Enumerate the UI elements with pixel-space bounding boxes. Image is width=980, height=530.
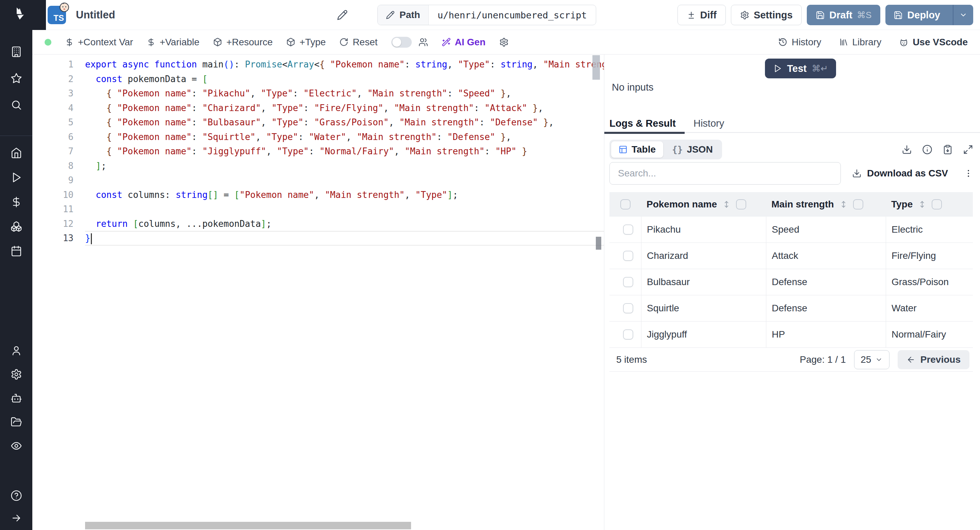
windmill-script-editor: TS Untitled Path u/henri/unencumbered_sc… [0,0,980,530]
table-cell: Water [886,295,973,321]
code-line[interactable]: { "Pokemon name": "Pikachu", "Type": "El… [85,86,604,101]
ai-gen-button[interactable]: AI Gen [442,37,485,48]
code-line[interactable]: { "Pokemon name": "Bulbasaur", "Type": "… [85,115,604,130]
code-line[interactable]: { "Pokemon name": "Jigglypuff", "Type": … [85,144,604,159]
editor-vertical-scrollbar[interactable] [592,55,600,80]
sort-icon[interactable] [839,200,848,209]
code-line[interactable]: } [85,231,604,246]
draft-button[interactable]: Draft ⌘S [807,5,880,25]
add-type-button[interactable]: +Type [286,37,326,48]
column-header-pokemon-name[interactable]: Pokemon name [641,199,766,210]
table-cell: Electric [886,217,973,243]
deploy-label: Deploy [907,10,940,21]
settings-button[interactable]: Settings [731,5,802,25]
search-input[interactable] [609,162,841,185]
diff-icon [687,11,696,20]
more-options-kebab-icon[interactable] [964,169,973,178]
code-line[interactable]: ]; [85,159,604,173]
table-row[interactable]: BulbasaurDefenseGrass/Poison [609,269,973,295]
download-result-icon[interactable] [902,144,912,155]
sort-icon[interactable] [918,200,927,209]
resources-boxes-icon[interactable] [11,221,22,232]
column-filter-checkbox[interactable] [736,199,746,209]
column-header-main-strength[interactable]: Main strength [766,199,886,210]
row-checkbox[interactable] [623,303,633,313]
help-icon[interactable] [11,490,22,501]
code-line[interactable]: const columns: string[] = ["Pokemon name… [85,188,604,202]
code-line[interactable]: { "Pokemon name": "Squirtle", "Type": "W… [85,130,604,144]
home-icon[interactable] [11,147,22,159]
editor-settings-gear-icon[interactable] [499,37,509,47]
row-checkbox[interactable] [623,225,633,235]
settings-gear-icon[interactable] [11,369,22,380]
column-header-type[interactable]: Type [886,199,973,210]
schedules-calendar-icon[interactable] [11,245,22,257]
add-variable-button[interactable]: +Variable [147,37,199,48]
column-filter-checkbox[interactable] [932,199,942,209]
audit-eye-icon[interactable] [11,440,22,452]
select-all-checkbox[interactable] [620,199,630,209]
deploy-button[interactable]: Deploy [885,5,948,25]
path-value: u/henri/unencumbered_script [429,5,596,25]
row-checkbox[interactable] [623,251,633,261]
script-path-field[interactable]: Path u/henri/unencumbered_script [377,5,596,25]
workers-robot-icon[interactable] [11,393,22,404]
info-icon[interactable] [922,144,932,155]
code-editor[interactable]: 12345678910111213 export async function … [32,54,604,530]
reset-button[interactable]: Reset [339,37,377,48]
code-line[interactable] [85,202,604,217]
deploy-more-options[interactable] [953,5,973,25]
edit-summary-pencil-icon[interactable] [337,10,348,21]
draft-label: Draft [829,10,853,21]
expand-sidebar-arrow-icon[interactable] [11,512,22,524]
code-line[interactable]: const pokemonData = [ [85,72,604,86]
previous-page-button[interactable]: Previous [898,350,969,369]
code-area[interactable]: export async function main(): Promise<Ar… [85,57,604,246]
code-line[interactable]: export async function main(): Promise<Ar… [85,57,604,72]
column-filter-checkbox[interactable] [853,199,863,209]
runs-play-icon[interactable] [11,172,22,183]
overview-ruler-cursor-mark [596,237,601,250]
test-button[interactable]: Test ⌘↵ [765,59,836,78]
table-row[interactable]: SquirtleDefenseWater [609,295,973,322]
diff-button[interactable]: Diff [678,5,726,25]
tab-logs-result[interactable]: Logs & Result [605,114,685,132]
history-button[interactable]: History [778,37,821,48]
use-vscode-button[interactable]: Use VScode [899,37,968,48]
table-body: PikachuSpeedElectricCharizardAttackFire/… [609,217,973,348]
editor-horizontal-scrollbar[interactable] [85,522,411,529]
variables-dollar-icon[interactable] [11,196,22,208]
row-checkbox[interactable] [623,329,633,340]
users-person-icon[interactable] [11,345,22,356]
view-table-button[interactable]: Table [611,141,663,158]
download-csv-button[interactable]: Download as CSV [852,168,948,179]
copy-clipboard-icon[interactable] [943,144,953,155]
add-context-var-button[interactable]: +Context Var [65,37,133,48]
column-label: Pokemon name [646,199,717,210]
line-number-gutter: 12345678910111213 [32,57,85,246]
code-line[interactable] [85,173,604,188]
view-json-button[interactable]: {} JSON [665,141,721,158]
search-icon[interactable] [11,99,22,111]
multiplayer-toggle-group [391,37,428,48]
package-icon [286,37,295,47]
windmill-logo-tile[interactable] [0,0,46,30]
favorites-star-icon[interactable] [11,73,22,84]
page-size-select[interactable]: 25 [854,350,889,369]
table-row[interactable]: JigglypuffHPNormal/Fairy [609,322,973,348]
code-line[interactable]: return [columns, ...pokemonData]; [85,217,604,231]
table-row[interactable]: PikachuSpeedElectric [609,217,973,243]
multiplayer-toggle[interactable] [391,37,412,48]
library-icon [839,37,848,47]
code-line[interactable]: { "Pokemon name": "Charizard", "Type": "… [85,101,604,115]
tab-history[interactable]: History [685,114,733,132]
workspace-building-icon[interactable] [11,46,22,57]
row-checkbox[interactable] [623,277,633,287]
library-button[interactable]: Library [839,37,882,48]
sort-icon[interactable] [722,200,731,209]
maximize-icon[interactable] [963,144,973,155]
add-resource-button[interactable]: +Resource [213,37,272,48]
save-icon [816,11,825,20]
table-row[interactable]: CharizardAttackFire/Flying [609,243,973,269]
folders-icon[interactable] [11,416,22,428]
